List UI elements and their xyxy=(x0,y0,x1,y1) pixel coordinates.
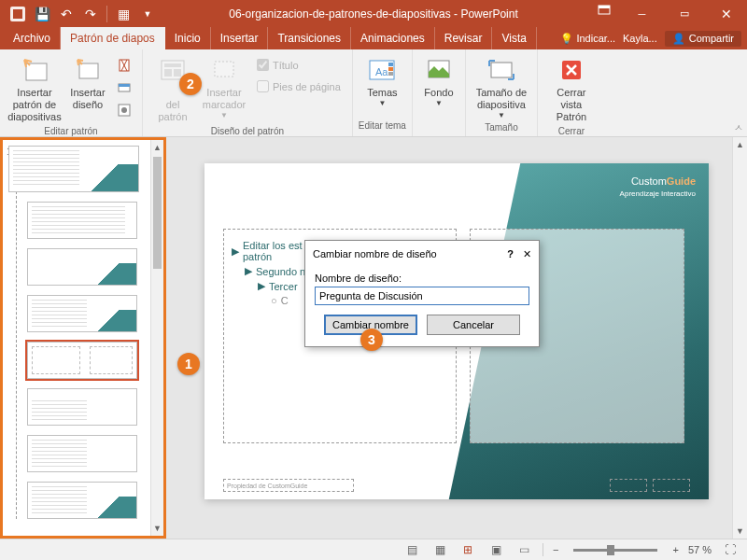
tab-insertar[interactable]: Insertar xyxy=(211,27,269,49)
zoom-out-button[interactable]: − xyxy=(553,544,558,555)
thumb-layout-selected[interactable] xyxy=(27,342,137,379)
field-label: Nombre de diseño: xyxy=(315,273,529,284)
delete-icon[interactable] xyxy=(114,55,134,76)
document-title: 06-organizacion-de-patrones-de-diapositi… xyxy=(229,7,518,21)
svg-rect-1 xyxy=(13,9,22,19)
svg-rect-3 xyxy=(599,6,610,8)
insert-layout-icon xyxy=(73,55,103,85)
save-icon[interactable]: 💾 xyxy=(32,4,52,24)
sorter-view-icon[interactable]: ⊞ xyxy=(458,542,477,557)
svg-rect-19 xyxy=(388,67,393,71)
tab-inicio[interactable]: Inicio xyxy=(165,27,211,49)
thumb-layout[interactable] xyxy=(27,388,137,426)
undo-icon[interactable]: ↶ xyxy=(56,4,77,24)
scroll-thumb[interactable] xyxy=(153,157,162,269)
tab-transiciones[interactable]: Transiciones xyxy=(268,27,351,49)
collapse-ribbon-icon[interactable]: ㅅ xyxy=(734,121,743,134)
callout-badge-2: 2 xyxy=(179,73,202,95)
placeholder-icon xyxy=(209,55,239,85)
scroll-down-icon[interactable]: ▼ xyxy=(151,521,163,536)
date-placeholder[interactable] xyxy=(610,479,647,492)
number-placeholder[interactable] xyxy=(653,479,690,492)
thumb-layout[interactable] xyxy=(27,435,137,472)
preserve-icon[interactable] xyxy=(114,100,134,120)
insert-master-button[interactable]: Insertar patrón de diapositivas xyxy=(6,53,63,126)
scroll-up-icon[interactable]: ▲ xyxy=(733,137,747,152)
ribbon: Insertar patrón de diapositivas Insertar… xyxy=(0,49,747,137)
fit-window-icon[interactable]: ⛶ xyxy=(721,542,740,557)
zoom-in-button[interactable]: + xyxy=(672,544,678,555)
redo-icon[interactable]: ↷ xyxy=(80,4,101,24)
thumb-scrollbar[interactable]: ▲ ▼ xyxy=(150,140,163,536)
thumb-master[interactable] xyxy=(8,146,139,192)
group-label: Tamaño xyxy=(485,122,518,134)
thumb-layout[interactable] xyxy=(27,295,137,332)
thumb-layout[interactable] xyxy=(27,202,137,239)
svg-rect-15 xyxy=(215,62,233,77)
footers-checkbox: Pies de página xyxy=(255,78,343,94)
status-bar: Español (España) ▤ ▦ ⊞ ▣ ▭ − + 57 % ⛶ xyxy=(0,539,747,560)
normal-view-icon[interactable]: ▦ xyxy=(430,542,449,557)
insert-layout-button[interactable]: Insertar diseño xyxy=(65,53,110,113)
layout-name-input[interactable] xyxy=(315,287,529,305)
insert-master-icon xyxy=(20,55,49,85)
svg-rect-20 xyxy=(388,72,393,76)
help-icon[interactable]: ? xyxy=(507,248,514,259)
title-bar: 💾 ↶ ↷ ▦ ▼ 06-organizacion-de-patrones-de… xyxy=(0,0,747,27)
zoom-slider[interactable] xyxy=(573,549,657,552)
share-button[interactable]: 👤Compartir xyxy=(665,31,741,47)
svg-rect-18 xyxy=(388,63,393,66)
background-button[interactable]: Fondo▼ xyxy=(418,53,459,110)
editor-scrollbar[interactable]: ▲ ▼ xyxy=(732,137,747,539)
svg-text:Aa: Aa xyxy=(375,66,388,77)
dialog-close-icon[interactable]: ✕ xyxy=(523,248,531,260)
callout-badge-3: 3 xyxy=(360,329,383,351)
dialog-title: Cambiar nombre de diseño xyxy=(313,248,437,259)
footer-placeholder[interactable]: Propiedad de CustomGuide xyxy=(223,479,354,492)
themes-button[interactable]: AaTemas▼ xyxy=(359,53,404,110)
slideshow-view-icon[interactable]: ▭ xyxy=(514,542,533,557)
svg-point-10 xyxy=(121,107,127,113)
scroll-up-icon[interactable]: ▲ xyxy=(151,140,163,155)
rename-dialog: Cambiar nombre de diseño ? ✕ Nombre de d… xyxy=(304,240,540,347)
svg-rect-13 xyxy=(164,69,172,77)
callout-badge-1: 1 xyxy=(177,353,200,375)
restore-button[interactable]: ▭ xyxy=(663,0,705,27)
svg-rect-12 xyxy=(164,63,181,67)
rename-icon[interactable] xyxy=(114,77,134,98)
slide-size-icon xyxy=(486,55,516,85)
cancel-button[interactable]: Cancelar xyxy=(427,315,520,335)
tab-patron[interactable]: Patrón de diapos xyxy=(61,27,165,49)
reading-view-icon[interactable]: ▣ xyxy=(486,542,505,557)
slide-size-button[interactable]: Tamaño de diapositiva▼ xyxy=(472,53,531,122)
ribbon-display-icon[interactable] xyxy=(591,0,617,21)
tab-archivo[interactable]: Archivo xyxy=(4,27,61,49)
tab-animaciones[interactable]: Animaciones xyxy=(351,27,435,49)
tab-revisar[interactable]: Revisar xyxy=(435,27,493,49)
close-master-button[interactable]: Cerrar vista Patrón xyxy=(543,53,599,126)
close-master-icon xyxy=(557,55,586,85)
brand-tagline: Aprendizaje Interactivo xyxy=(620,189,696,198)
user-name[interactable]: Kayla... xyxy=(623,33,657,44)
thumbnail-panel[interactable]: 1 ▲ ▼ xyxy=(0,137,166,539)
svg-rect-5 xyxy=(79,63,98,78)
notes-icon[interactable]: ▤ xyxy=(402,542,421,557)
title-checkbox: Título xyxy=(255,57,343,73)
tab-vista[interactable]: Vista xyxy=(492,27,536,49)
qat-dropdown-icon[interactable]: ▼ xyxy=(137,4,158,24)
group-label: Diseño del patrón xyxy=(211,126,284,138)
zoom-level[interactable]: 57 % xyxy=(688,544,712,555)
thumb-layout[interactable] xyxy=(27,248,137,286)
brand-logo: CustomGuide xyxy=(631,173,696,188)
thumb-layout[interactable] xyxy=(27,482,137,519)
background-icon xyxy=(424,55,454,85)
svg-rect-22 xyxy=(491,63,512,77)
svg-rect-14 xyxy=(174,69,181,77)
group-label: Cerrar xyxy=(558,126,585,138)
close-button[interactable]: ✕ xyxy=(705,0,747,27)
tell-me[interactable]: 💡 Indicar... xyxy=(560,33,615,45)
start-slideshow-icon[interactable]: ▦ xyxy=(113,4,134,24)
scroll-down-icon[interactable]: ▼ xyxy=(733,524,747,539)
minimize-button[interactable]: ─ xyxy=(621,0,663,27)
insert-placeholder-button: Insertar marcador▼ xyxy=(199,53,249,122)
